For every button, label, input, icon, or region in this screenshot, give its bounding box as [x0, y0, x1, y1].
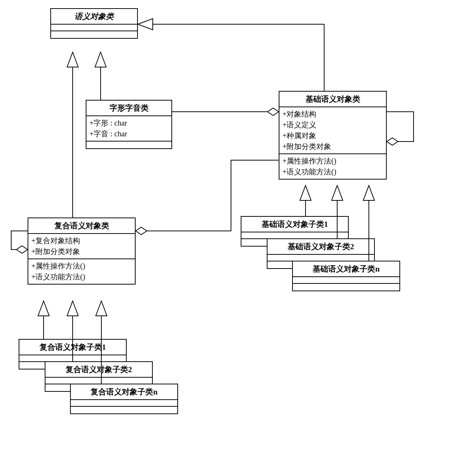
uml-canvas: 语义对象类 字形字音类 +字形 : char +字音 : char 基础语义对象…	[0, 0, 462, 476]
svg-marker-9	[363, 185, 374, 200]
svg-marker-3	[268, 108, 279, 115]
svg-marker-12	[96, 301, 107, 316]
svg-marker-2	[138, 19, 153, 30]
svg-marker-5	[387, 138, 398, 145]
svg-marker-1	[95, 52, 106, 67]
svg-marker-4	[136, 227, 147, 235]
svg-marker-8	[332, 185, 343, 200]
edges-layer	[0, 0, 462, 476]
svg-marker-7	[300, 185, 311, 200]
svg-marker-6	[16, 246, 28, 253]
svg-marker-11	[67, 301, 78, 316]
svg-marker-10	[38, 301, 49, 316]
svg-marker-0	[67, 52, 78, 67]
